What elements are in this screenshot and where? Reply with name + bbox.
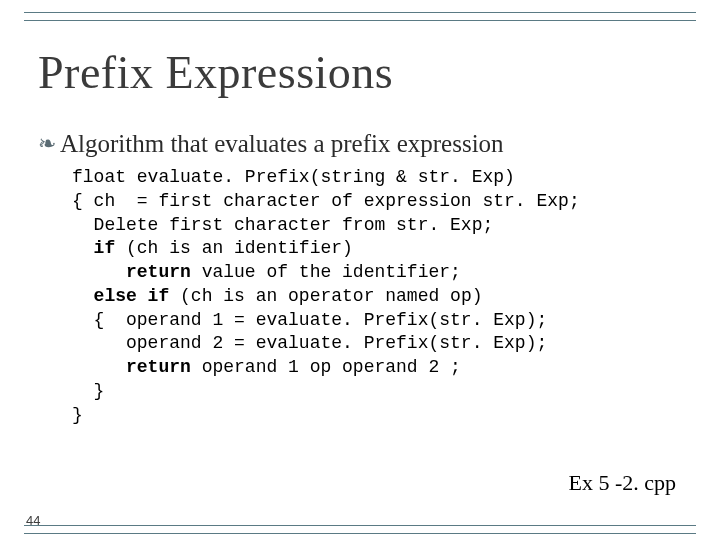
code-line-9c: operand 1 op operand 2 ; [191,357,461,377]
code-line-1: float evaluate. Prefix(string & str. Exp… [72,167,515,187]
code-kw-elseif: else if [94,286,170,306]
leaf-bullet-icon: ❧ [38,133,56,155]
divider-top-1 [24,12,696,13]
code-line-5a [72,262,126,282]
code-line-9a [72,357,126,377]
code-line-4c: (ch is an identifier) [115,238,353,258]
slide-title: Prefix Expressions [38,46,393,99]
subtitle-text: Algorithm that evaluates a prefix expres… [60,130,504,158]
divider-bottom-2 [24,533,696,534]
code-block: float evaluate. Prefix(string & str. Exp… [72,166,580,427]
slide: Prefix Expressions ❧ Algorithm that eval… [0,0,720,540]
code-line-3: Delete first character from str. Exp; [72,215,493,235]
code-line-10: } [72,381,104,401]
code-kw-if: if [94,238,116,258]
code-line-8: operand 2 = evaluate. Prefix(str. Exp); [72,333,547,353]
divider-top-2 [24,20,696,21]
code-line-6a [72,286,94,306]
code-line-6c: (ch is an operator named op) [169,286,482,306]
code-line-2: { ch = first character of expression str… [72,191,580,211]
footer-reference: Ex 5 -2. cpp [568,470,676,496]
code-line-4a [72,238,94,258]
subtitle-row: ❧ Algorithm that evaluates a prefix expr… [38,130,504,158]
code-line-7: { operand 1 = evaluate. Prefix(str. Exp)… [72,310,547,330]
divider-bottom-1 [24,525,696,526]
code-line-11: } [72,405,83,425]
code-kw-return-2: return [126,357,191,377]
code-line-5c: value of the identifier; [191,262,461,282]
code-kw-return-1: return [126,262,191,282]
